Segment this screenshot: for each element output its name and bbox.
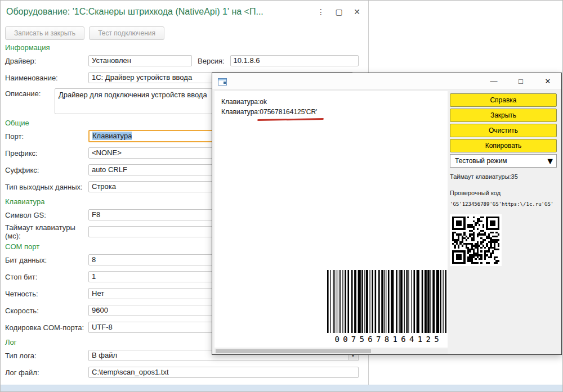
parity-label: Четность: — [5, 290, 88, 298]
dialog-maximize-button[interactable]: □ — [507, 73, 534, 90]
field-row: Лог файл: C:\temp\scan_opos1.txt — [5, 366, 359, 379]
copy-button[interactable]: Копировать — [450, 139, 557, 152]
kb-timeout-text: Таймаут клавиатуры:35 — [450, 173, 557, 180]
log-file-label: Лог файл: — [5, 368, 88, 377]
gs-char-label: Символ GS: — [5, 211, 88, 219]
test-connection-button[interactable]: Тест подключения — [89, 26, 164, 40]
barcode: 0075678164125 — [327, 270, 446, 345]
stop-bits-label: Стоп бит: — [5, 273, 88, 281]
port-label: Порт: — [5, 132, 88, 141]
data-bits-label: Бит данных: — [5, 256, 88, 264]
qr-code-image — [452, 217, 499, 264]
kb-timeout-label: Таймаут клавиатуры (мс): — [5, 223, 88, 240]
form-toolbar: Записать и закрыть Тест подключения — [5, 26, 164, 40]
description-input[interactable]: Драйвер для подключения устройств ввода — [55, 88, 212, 114]
output-line: Клавиатура:ok — [215, 97, 448, 107]
close-test-button[interactable]: Закрыть — [450, 109, 557, 122]
suffix-label: Суффикс: — [5, 166, 88, 174]
scanner-test-dialog: — □ ✕ Клавиатура:ok Клавиатура:075678164… — [212, 73, 562, 355]
close-icon[interactable]: ✕ — [352, 7, 361, 17]
log-file-input[interactable]: C:\temp\scan_opos1.txt — [88, 367, 359, 378]
log-type-label: Тип лога: — [5, 352, 88, 360]
horizontal-scrollbar[interactable] — [215, 349, 448, 354]
qr-code — [450, 214, 502, 266]
help-button[interactable]: Справка — [450, 93, 557, 107]
field-row: Драйвер: Установлен Версия: 10.1.8.6 — [5, 55, 359, 67]
barcode-image — [327, 270, 446, 333]
window-title: Оборудование: '1С:Сканеры штрихкода (Nat… — [6, 7, 263, 17]
dialog-minimize-button[interactable]: — — [480, 73, 507, 90]
output-line: Клавиатура:075678164125'CR' — [215, 107, 448, 117]
driver-label: Драйвер: — [5, 57, 88, 65]
check-code-label: Проверочный код — [450, 190, 557, 196]
more-menu-icon[interactable]: ⋮ — [316, 7, 325, 17]
version-label: Версия: — [198, 57, 225, 65]
titlebar: Оборудование: '1С:Сканеры штрихкода (Nat… — [1, 1, 368, 24]
speed-label: Скорость: — [5, 307, 88, 315]
dialog-close-button[interactable]: ✕ — [534, 73, 561, 90]
taskbar-strip — [1, 385, 563, 391]
test-mode-value: Тестовый режим — [455, 157, 507, 165]
description-label: Описание: — [5, 88, 55, 98]
test-mode-dropdown[interactable]: Тестовый режим ▼ — [450, 154, 557, 168]
encoding-label: Кодировка COM-порта: — [5, 323, 88, 332]
save-and-close-button[interactable]: Записать и закрыть — [5, 26, 84, 40]
scrollbar-thumb[interactable] — [216, 349, 371, 353]
clear-button[interactable]: Очистить — [450, 124, 557, 137]
name-label: Наименование: — [5, 74, 88, 82]
dialog-app-icon — [218, 78, 227, 88]
output-type-label: Тип выходных данных: — [5, 183, 88, 191]
test-control-panel: Справка Закрыть Очистить Копировать Тест… — [450, 93, 557, 266]
version-input[interactable]: 10.1.8.6 — [230, 55, 359, 66]
maximize-icon[interactable]: ▢ — [334, 7, 343, 17]
selected-text: Клавиатура — [92, 132, 132, 140]
barcode-digits: 0075678164125 — [327, 333, 446, 345]
scan-output-area[interactable]: Клавиатура:ok Клавиатура:075678164125'CR… — [215, 91, 448, 348]
section-info: Информация — [5, 43, 359, 52]
log-type-value: В файл — [92, 351, 117, 359]
red-underline-annotation — [257, 118, 324, 121]
prefix-label: Префикс: — [5, 149, 88, 157]
check-code-value: 'GS'123456789'GS'https:\/1c.ru'GS' — [450, 201, 557, 207]
dialog-titlebar: — □ ✕ — [212, 73, 561, 90]
dropdown-arrow-icon[interactable]: ▼ — [546, 155, 555, 167]
driver-input[interactable]: Установлен — [88, 55, 192, 66]
